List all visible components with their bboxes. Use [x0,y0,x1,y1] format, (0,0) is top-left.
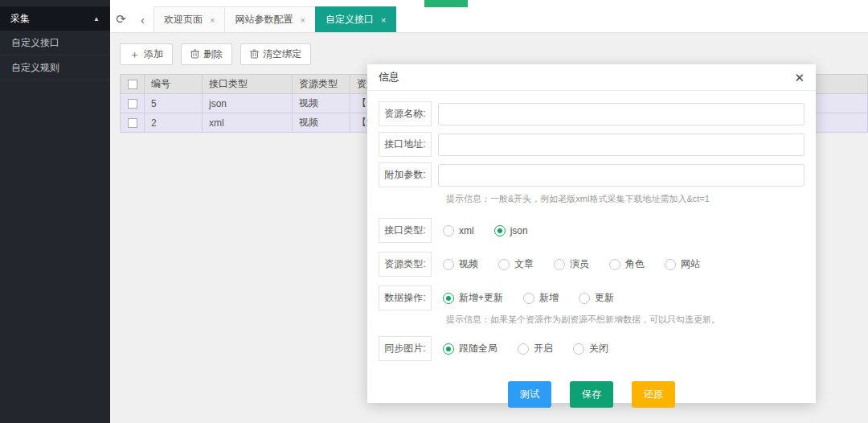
dialog-body: 资源名称: 接口地址: 附加参数: 提示信息：一般&开头，例如老版xml格式采集… [367,91,816,408]
api-type-label: 接口类型: [379,218,432,243]
resource-type-radio-group: 视频 文章 演员 角色 网站 [438,257,700,271]
cell-api-type: json [203,94,293,113]
radio-icon [573,343,584,355]
delete-button[interactable]: 删除 [181,43,232,65]
radio-xml[interactable]: xml [443,225,474,236]
restore-button[interactable]: 还原 [632,381,675,408]
close-icon[interactable]: × [381,15,386,25]
radio-role[interactable]: 角色 [609,257,645,271]
extra-param-input[interactable] [438,164,805,187]
add-button[interactable]: ＋ 添加 [120,43,173,65]
tab-label: 欢迎页面 [164,13,203,27]
cell-id: 2 [145,113,203,133]
row-checkbox[interactable] [128,99,137,109]
tab-custom-api[interactable]: 自定义接口 × [315,6,396,32]
resource-name-label: 资源名称: [379,101,432,126]
sidebar: 采集 ▲ 自定义接口 自定义规则 [0,0,110,423]
radio-off[interactable]: 关闭 [573,342,608,355]
radio-icon [443,343,454,355]
tab-site-params[interactable]: 网站参数配置 × [224,6,315,32]
radio-website[interactable]: 网站 [665,257,700,271]
radio-icon [443,259,454,270]
collapse-caret-icon: ▲ [93,15,100,23]
test-button[interactable]: 测试 [508,381,551,408]
trash-icon [190,49,199,60]
tab-label: 网站参数配置 [235,13,293,27]
clear-binding-button[interactable]: 清空绑定 [240,43,311,65]
data-op-hint-text: 提示信息：如果某个资源作为副资源不想新增数据，可以只勾选更新。 [446,314,805,326]
cell-api-type: xml [203,113,293,133]
sidebar-item-custom-rule[interactable]: 自定义规则 [0,55,110,80]
radio-add[interactable]: 新增 [523,291,559,305]
radio-json[interactable]: json [494,225,528,236]
close-icon[interactable]: × [210,15,215,25]
tab-bar: ⟳ ‹ 欢迎页面 × 网站参数配置 × 自定义接口 × [110,0,868,33]
cell-res-type: 视频 [293,94,350,113]
radio-icon [494,225,506,236]
resource-name-input[interactable] [438,103,805,125]
tab-welcome[interactable]: 欢迎页面 × [154,6,225,32]
sidebar-group-collect[interactable]: 采集 ▲ [0,6,110,31]
sync-image-label: 同步图片: [379,336,432,361]
close-icon[interactable]: ✕ [794,72,805,84]
column-header-api-type: 接口类型 [203,75,293,94]
save-button[interactable]: 保存 [570,381,613,408]
chevron-left-icon[interactable]: ‹ [132,6,154,32]
radio-on[interactable]: 开启 [518,342,553,355]
row-checkbox[interactable] [128,118,137,128]
radio-update[interactable]: 更新 [579,291,614,305]
sync-image-radio-group: 跟随全局 开启 关闭 [438,342,608,355]
plus-icon: ＋ [129,49,140,60]
radio-icon [518,343,529,355]
refresh-icon[interactable]: ⟳ [110,6,132,32]
radio-icon [665,259,676,270]
api-url-label: 接口地址: [379,132,432,157]
radio-video[interactable]: 视频 [443,257,478,271]
select-all-checkbox[interactable] [128,80,137,89]
param-hint-text: 提示信息：一般&开头，例如老版xml格式采集下载地址需加入&ct=1 [446,193,805,205]
data-operation-label: 数据操作: [379,285,432,310]
api-url-input[interactable] [438,133,805,156]
tab-label: 自定义接口 [326,13,374,27]
info-dialog: 信息 ✕ 资源名称: 接口地址: 附加参数: 提示信息：一般&开头，例如老版xm… [367,64,816,403]
radio-icon [443,225,454,236]
radio-icon [443,293,454,304]
radio-follow-global[interactable]: 跟随全局 [443,342,497,355]
top-partial-element [424,0,468,7]
radio-icon [498,259,510,270]
cell-id: 5 [145,94,203,113]
column-header-res-type: 资源类型 [293,75,350,94]
radio-icon [579,293,590,304]
trash-icon [250,49,259,60]
radio-add-update[interactable]: 新增+更新 [443,291,503,305]
close-icon[interactable]: × [300,15,305,25]
radio-actor[interactable]: 演员 [554,257,589,271]
sidebar-group-label: 采集 [10,12,30,26]
radio-icon [523,293,534,304]
column-header-id: 编号 [145,75,203,94]
dialog-title: 信息 [379,70,399,84]
radio-icon [554,259,565,270]
cell-res-type: 视频 [293,113,350,133]
sidebar-item-custom-api[interactable]: 自定义接口 [0,31,110,55]
data-operation-radio-group: 新增+更新 新增 更新 [438,291,614,305]
api-type-radio-group: xml json [438,225,528,236]
radio-icon [609,259,620,270]
resource-type-label: 资源类型: [379,252,432,277]
dialog-footer: 测试 保存 还原 [379,381,805,408]
radio-article[interactable]: 文章 [498,257,534,271]
dialog-header: 信息 ✕ [367,64,816,91]
extra-param-label: 附加参数: [379,162,432,187]
